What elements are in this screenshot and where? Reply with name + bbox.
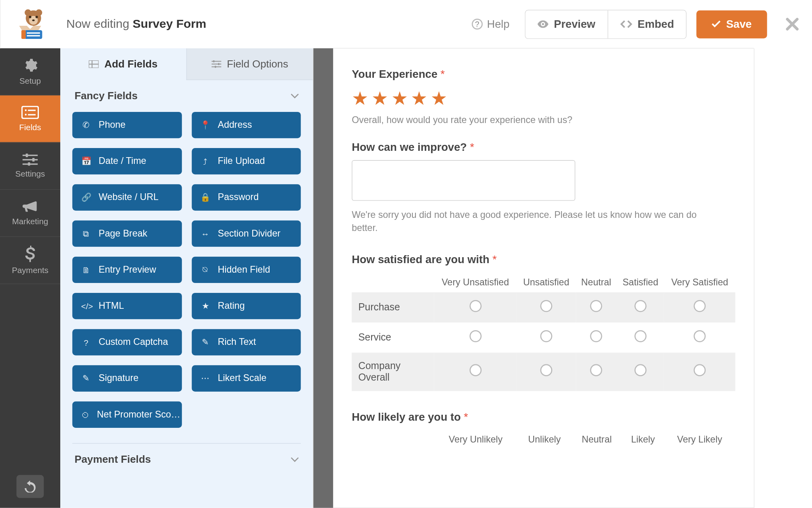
nav-settings[interactable]: Settings — [0, 142, 60, 190]
field-label: Password — [218, 192, 259, 203]
likert-radio[interactable] — [469, 330, 481, 342]
field-label: Custom Captcha — [99, 337, 168, 348]
section-fancy-fields[interactable]: Fancy Fields — [60, 80, 313, 112]
field-hidden-field[interactable]: ⦰Hidden Field — [192, 257, 301, 283]
likert-radio[interactable] — [590, 364, 602, 376]
chevron-down-icon — [291, 457, 299, 462]
field-icon: ⤴ — [200, 157, 210, 166]
field-icon: 📍 — [200, 120, 210, 130]
tab-field-options[interactable]: Field Options — [186, 48, 313, 80]
field-label: Address — [218, 119, 252, 131]
field-label: Hidden Field — [218, 264, 270, 275]
field-entry-preview[interactable]: 🗎Entry Preview — [72, 257, 182, 283]
likert-col: Neutral — [571, 430, 622, 450]
q1-help: Overall, how would you rate your experie… — [352, 115, 735, 126]
field-address[interactable]: 📍Address — [192, 112, 301, 138]
field-icon: 🔒 — [200, 192, 210, 202]
likert-radio[interactable] — [634, 364, 646, 376]
code-icon — [620, 20, 632, 28]
nav-fields[interactable]: Fields — [0, 95, 60, 142]
star-icon[interactable]: ★ — [372, 87, 388, 109]
grid-icon — [89, 60, 99, 68]
field-phone[interactable]: ✆Phone — [72, 112, 182, 138]
likert-col: Unlikely — [517, 430, 571, 450]
q2-label: How can we improve? * — [352, 141, 735, 154]
top-bar: Now editing Survey Form ? Help Preview E… — [0, 0, 812, 48]
field-rich-text[interactable]: ✎Rich Text — [192, 329, 301, 355]
q2-help: We're sorry you did not have a good expe… — [352, 208, 702, 235]
field-icon: ⋯ — [200, 373, 210, 383]
help-button[interactable]: ? Help — [472, 18, 510, 31]
likert-row-label: Service — [352, 323, 434, 353]
save-button[interactable]: Save — [697, 10, 767, 38]
likert-row: Company Overall — [352, 353, 735, 391]
field-label: HTML — [99, 300, 124, 312]
star-icon[interactable]: ★ — [352, 87, 368, 109]
canvas-wrap: Your Experience * ★ ★ ★ ★ ★ Overall, how… — [313, 0, 754, 508]
likert-radio[interactable] — [540, 300, 552, 312]
field-label: Likert Scale — [218, 373, 266, 384]
field-page-break[interactable]: ⧉Page Break — [72, 221, 182, 247]
revert-button[interactable] — [16, 475, 44, 498]
svg-point-11 — [542, 23, 544, 25]
check-icon — [712, 20, 720, 28]
field-rating[interactable]: ★Rating — [192, 293, 301, 319]
likert-radio[interactable] — [469, 364, 481, 376]
svg-point-1 — [25, 9, 31, 16]
likert-radio[interactable] — [590, 330, 602, 342]
nav-setup[interactable]: Setup — [0, 48, 60, 96]
nav-marketing[interactable]: Marketing — [0, 190, 60, 237]
likert-col: Very Likely — [664, 430, 735, 450]
svg-rect-9 — [27, 35, 40, 36]
field-icon: </> — [81, 301, 91, 310]
nav-payments[interactable]: Payments — [0, 237, 60, 284]
preview-button[interactable]: Preview — [525, 10, 607, 38]
likert-col: Neutral — [576, 272, 617, 292]
improve-textarea[interactable] — [352, 160, 575, 201]
likert-radio[interactable] — [694, 364, 706, 376]
field-section-divider[interactable]: ↔Section Divider — [192, 221, 301, 247]
field-icon: 🗎 — [81, 265, 91, 274]
likert-radio[interactable] — [540, 330, 552, 342]
likert-radio[interactable] — [634, 300, 646, 312]
field-likert-scale[interactable]: ⋯Likert Scale — [192, 365, 301, 391]
field-label: Entry Preview — [99, 264, 156, 275]
close-icon[interactable] — [786, 17, 799, 31]
likert-radio[interactable] — [634, 330, 646, 342]
field-html[interactable]: </>HTML — [72, 293, 182, 319]
svg-rect-20 — [26, 154, 28, 157]
likert-satisfied: Very UnsatisfiedUnsatisfiedNeutralSatisf… — [352, 272, 735, 391]
tab-add-fields[interactable]: Add Fields — [60, 48, 186, 80]
svg-point-15 — [25, 114, 27, 115]
field-file-upload[interactable]: ⤴File Upload — [192, 148, 301, 174]
field-label: Date / Time — [99, 156, 146, 167]
likert-row-label: Company Overall — [352, 353, 434, 391]
svg-rect-8 — [27, 33, 40, 34]
likert-radio[interactable] — [469, 300, 481, 312]
field-custom-captcha[interactable]: ?Custom Captcha — [72, 329, 182, 355]
star-icon[interactable]: ★ — [411, 87, 427, 109]
svg-point-5 — [36, 16, 38, 18]
likert-radio[interactable] — [694, 330, 706, 342]
svg-rect-21 — [33, 158, 35, 162]
likert-col: Likely — [622, 430, 664, 450]
likert-radio[interactable] — [694, 300, 706, 312]
likert-radio[interactable] — [590, 300, 602, 312]
svg-rect-14 — [28, 110, 35, 111]
form-icon — [21, 106, 39, 119]
field-net-promoter-sco-[interactable]: ⏲Net Promoter Sco… — [72, 402, 182, 428]
star-icon[interactable]: ★ — [391, 87, 408, 109]
svg-rect-7 — [25, 30, 42, 39]
star-icon[interactable]: ★ — [431, 87, 447, 109]
gear-icon — [23, 58, 38, 73]
field-icon: 🔗 — [81, 192, 91, 202]
likert-radio[interactable] — [540, 364, 552, 376]
embed-button[interactable]: Embed — [607, 10, 686, 38]
section-payment-fields[interactable]: Payment Fields — [60, 444, 313, 475]
field-password[interactable]: 🔒Password — [192, 184, 301, 210]
field-signature[interactable]: ✎Signature — [72, 365, 182, 391]
field-date-time[interactable]: 📅Date / Time — [72, 148, 182, 174]
left-nav: Setup Fields Settings Marketing Payments — [0, 0, 60, 508]
rating-stars[interactable]: ★ ★ ★ ★ ★ — [352, 87, 735, 109]
field-website-url[interactable]: 🔗Website / URL — [72, 184, 182, 210]
